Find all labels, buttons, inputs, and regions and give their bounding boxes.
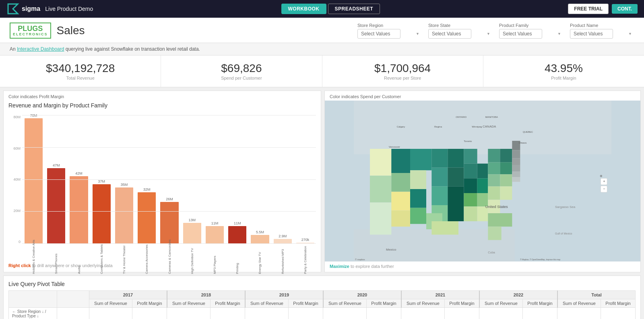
bar-hdtv-rect bbox=[183, 223, 201, 244]
product-name-label: Product Name bbox=[570, 23, 634, 28]
empty-cell-1 bbox=[89, 308, 132, 319]
x-label-smartphones: Smart Phones bbox=[54, 245, 58, 274]
x-label-printing: Printing bbox=[235, 245, 239, 274]
bar-audio[interactable]: 42M bbox=[68, 171, 89, 244]
bar-label-printing: 11M bbox=[234, 221, 241, 225]
state-co bbox=[410, 189, 426, 208]
pivot-col-pm-2018: Profit Margin bbox=[211, 299, 245, 308]
y-label-0: 0 bbox=[8, 240, 22, 244]
x-label-mp3: MP3 Players bbox=[213, 245, 217, 274]
store-region-wrapper[interactable]: Select Values bbox=[357, 29, 422, 39]
pivot-table: 2017 2018 2019 2020 2021 2022 Total Sum … bbox=[8, 290, 636, 319]
svg-text:Vancouver: Vancouver bbox=[389, 146, 400, 148]
state-mi-u bbox=[464, 149, 477, 164]
bar-label-hobbies: 78M bbox=[30, 113, 37, 117]
kpi-profit-value: 43.95% bbox=[493, 62, 634, 75]
state-oh bbox=[477, 164, 488, 179]
pivot-header-2017: 2017 bbox=[89, 291, 167, 299]
product-name-wrapper[interactable]: Select Values bbox=[570, 29, 634, 39]
empty-cell-3 bbox=[167, 308, 211, 319]
store-state-select[interactable]: Select Values bbox=[428, 29, 471, 39]
bar-label-refurb-mp3: 2.9M bbox=[279, 234, 287, 238]
pivot-dim-labels-row: ← Store Region ↓ / Product Type ↓ bbox=[9, 308, 636, 319]
bar-energy-tv[interactable]: 5.5M bbox=[249, 230, 270, 244]
product-family-select[interactable]: Select Values bbox=[499, 29, 542, 39]
pivot-col-pm-2019: Profit Margin bbox=[289, 299, 323, 308]
bar-computers[interactable]: 37M bbox=[91, 179, 112, 244]
bar-label-cameras: 26M bbox=[166, 197, 173, 201]
kpi-row: $340,192,728 Total Revenue $69,826 Spend… bbox=[0, 56, 644, 87]
bar-printing[interactable]: 11M bbox=[227, 221, 248, 244]
x-label-camera-acc: Camera Accessories bbox=[145, 245, 149, 274]
empty-cell-9 bbox=[401, 308, 445, 319]
bar-label-energy-tv: 5.5M bbox=[256, 230, 264, 234]
spreadsheet-button[interactable]: SPREADSHEET bbox=[328, 4, 380, 14]
free-trial-button[interactable]: FREE TRIAL bbox=[568, 4, 609, 14]
bar-mp3[interactable]: 11M bbox=[204, 221, 225, 244]
svg-text:Winnipeg: Winnipeg bbox=[472, 126, 482, 128]
cont-button[interactable]: CONT. bbox=[612, 4, 638, 14]
bar-label-audio: 42M bbox=[75, 171, 83, 175]
kpi-revenue-per-store: $1,700,964 Revenue per Store bbox=[322, 56, 483, 87]
store-state-wrapper[interactable]: Select Values bbox=[428, 29, 493, 39]
bar-party[interactable]: 270k bbox=[295, 238, 316, 244]
empty-cell-4 bbox=[211, 308, 245, 319]
state-ne bbox=[431, 186, 448, 205]
state-nv bbox=[391, 173, 410, 192]
bar-smartphones-rect bbox=[47, 168, 65, 244]
svg-text:⊕: ⊕ bbox=[600, 174, 603, 178]
pivot-header-product-type bbox=[57, 291, 89, 308]
svg-marker-0 bbox=[8, 4, 18, 14]
kpi-rev-store-value: $1,700,964 bbox=[332, 62, 473, 75]
kpi-rev-store-label: Revenue per Store bbox=[332, 76, 473, 80]
workbook-button[interactable]: WORKBOOK bbox=[281, 4, 326, 14]
bar-cameras[interactable]: 26M bbox=[159, 197, 180, 244]
chart-container: 80M 60M 40M 20M 0 78M bbox=[4, 112, 321, 261]
state-wy bbox=[410, 170, 426, 189]
bar-label-party: 270k bbox=[301, 238, 310, 242]
plugs-logo: PLUGS ELECTRONICS bbox=[10, 23, 51, 39]
map-container[interactable]: United States Mexico CANADA Sargasso Sea… bbox=[325, 101, 640, 261]
pivot-header-region bbox=[9, 291, 57, 308]
state-mo bbox=[448, 205, 464, 221]
pivot-header-2019: 2019 bbox=[245, 291, 323, 299]
pivot-header-2018: 2018 bbox=[167, 291, 245, 299]
state-wv bbox=[488, 162, 500, 174]
state-ut bbox=[391, 192, 410, 211]
store-region-select[interactable]: Select Values bbox=[357, 29, 400, 39]
store-region-filter: Store Region Select Values bbox=[357, 23, 422, 39]
x-label-party: Party & Celebration bbox=[303, 245, 307, 274]
state-mn bbox=[448, 149, 464, 168]
svg-text:© mapbox: © mapbox bbox=[355, 258, 365, 261]
bar-hdtv[interactable]: 13M bbox=[182, 218, 203, 244]
svg-text:+: + bbox=[603, 179, 605, 183]
pivot-col-pm-total: Profit Margin bbox=[601, 299, 636, 308]
bar-smartphones[interactable]: 47M bbox=[45, 163, 67, 244]
bar-audio-rect bbox=[70, 176, 88, 244]
y-label-40m: 40M bbox=[8, 177, 22, 181]
page-title: Sales bbox=[57, 24, 85, 37]
bar-label-smartphones: 47M bbox=[53, 163, 60, 167]
nav-center: WORKBOOK SPREADSHEET bbox=[281, 4, 380, 14]
product-name-select[interactable]: Select Values bbox=[570, 29, 613, 39]
bar-camera-acc[interactable]: 32M bbox=[136, 187, 157, 244]
state-il bbox=[464, 178, 477, 193]
svg-text:Calgary: Calgary bbox=[397, 126, 405, 128]
pivot-header-total: Total bbox=[557, 291, 636, 299]
state-fl bbox=[488, 226, 501, 240]
state-tx bbox=[431, 221, 458, 235]
product-family-wrapper[interactable]: Select Values bbox=[499, 29, 564, 39]
bar-hobbies[interactable]: 78M bbox=[23, 113, 44, 244]
map-panel: Color indicates Spend per Customer bbox=[324, 91, 641, 272]
us-map-svg: United States Mexico CANADA Sargasso Sea… bbox=[325, 101, 640, 261]
empty-cell-12 bbox=[523, 308, 557, 319]
svg-text:ONTARIO: ONTARIO bbox=[456, 116, 466, 118]
bar-label-tv-home: 35M bbox=[121, 183, 128, 187]
maximize-text[interactable]: Maximize bbox=[330, 264, 349, 269]
bar-tv-home[interactable]: 35M bbox=[114, 183, 135, 244]
bar-refurb-mp3[interactable]: 2.9M bbox=[272, 234, 293, 244]
interactive-dashboard-link[interactable]: Interactive Dashboard bbox=[17, 46, 64, 52]
bar-computers-rect bbox=[93, 184, 111, 244]
state-md bbox=[500, 174, 512, 186]
empty-cell-2 bbox=[132, 308, 167, 319]
